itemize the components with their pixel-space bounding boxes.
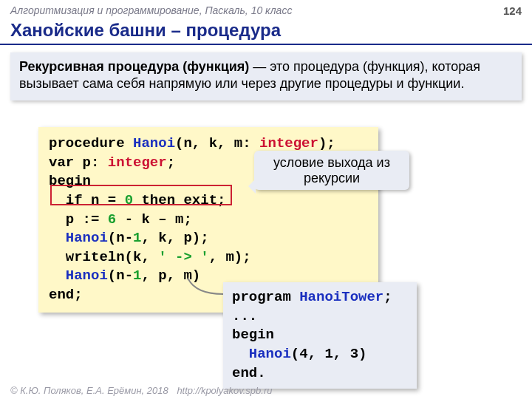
code-text: (n- bbox=[108, 230, 133, 246]
type-integer: integer bbox=[108, 154, 167, 171]
program-box: program HanoiTower; ... begin Hanoi(4, 1… bbox=[223, 282, 417, 389]
subject: Алгоритмизация и программирование, Паска… bbox=[10, 4, 292, 17]
code-text bbox=[49, 267, 66, 284]
code-text: , m); bbox=[209, 249, 251, 265]
code-text: ; bbox=[167, 154, 175, 171]
kw-end: end; bbox=[49, 287, 83, 303]
header: Алгоритмизация и программирование, Паска… bbox=[0, 0, 532, 18]
num: 0 bbox=[125, 192, 133, 208]
code-text: writeln(k, bbox=[49, 249, 158, 265]
kw-if: if n = bbox=[49, 192, 125, 208]
fn-hanoitower: HanoiTower bbox=[299, 289, 383, 305]
kw-then-exit: then exit; bbox=[133, 192, 225, 208]
kw-program: program bbox=[232, 289, 299, 305]
code-text: p := bbox=[49, 211, 108, 228]
fn-hanoi: Hanoi bbox=[133, 135, 175, 151]
fn-hanoi: Hanoi bbox=[66, 267, 108, 284]
definition-box: Рекурсивная процедура (функция) — это пр… bbox=[10, 52, 522, 100]
code-text bbox=[232, 346, 249, 362]
definition-term: Рекурсивная процедура (функция) bbox=[19, 59, 249, 74]
code-text: (n, k, m: bbox=[175, 135, 259, 151]
type-integer: integer bbox=[259, 135, 318, 151]
kw-begin: begin bbox=[232, 327, 274, 343]
kw-end: end. bbox=[232, 365, 266, 381]
kw-begin: begin bbox=[49, 173, 91, 189]
num: 6 bbox=[108, 211, 116, 228]
code-text: ... bbox=[232, 308, 257, 324]
fn-hanoi: Hanoi bbox=[249, 346, 291, 362]
footer-url[interactable]: http://kpolyakov.spb.ru bbox=[177, 385, 272, 396]
code-text: ; bbox=[383, 289, 392, 305]
code-text: , p, m) bbox=[141, 267, 200, 284]
code-text: ); bbox=[318, 135, 335, 151]
num: 1 bbox=[133, 230, 141, 246]
footer: © К.Ю. Поляков, Е.А. Ерёмин, 2018 http:/… bbox=[10, 385, 272, 396]
callout-exit-condition: условие выхода из рекурсии bbox=[254, 151, 409, 190]
page-title: Ханойские башни – процедура bbox=[0, 18, 532, 45]
page-number: 124 bbox=[503, 4, 522, 17]
kw-var: var p: bbox=[49, 154, 108, 171]
kw-procedure: procedure bbox=[49, 135, 133, 151]
copyright: © К.Ю. Поляков, Е.А. Ерёмин, 2018 bbox=[10, 385, 168, 396]
code-text: (4, 1, 3) bbox=[291, 346, 367, 362]
string-literal: ' -> ' bbox=[158, 249, 208, 265]
code-text: - k – m; bbox=[116, 211, 192, 228]
code-text: , k, p); bbox=[141, 230, 208, 246]
num: 1 bbox=[133, 267, 141, 284]
code-text: (n- bbox=[108, 267, 133, 284]
fn-hanoi: Hanoi bbox=[66, 230, 108, 246]
code-text bbox=[49, 230, 66, 246]
